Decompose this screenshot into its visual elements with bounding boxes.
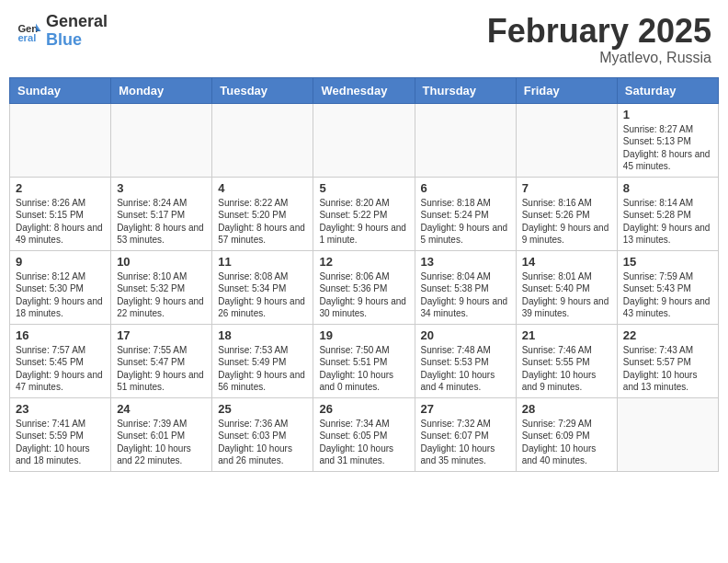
day-number: 2	[16, 181, 105, 195]
day-info: Sunrise: 7:55 AM Sunset: 5:47 PM Dayligh…	[117, 344, 206, 394]
day-info: Sunrise: 8:22 AM Sunset: 5:20 PM Dayligh…	[218, 197, 307, 247]
week-row-2: 9Sunrise: 8:12 AM Sunset: 5:30 PM Daylig…	[10, 250, 719, 324]
calendar-cell	[617, 397, 718, 471]
day-number: 24	[117, 402, 206, 416]
day-info: Sunrise: 8:20 AM Sunset: 5:22 PM Dayligh…	[319, 197, 408, 247]
calendar-cell: 3Sunrise: 8:24 AM Sunset: 5:17 PM Daylig…	[111, 177, 212, 250]
day-number: 20	[421, 328, 510, 342]
calendar-cell	[212, 103, 313, 177]
day-number: 4	[218, 181, 307, 195]
calendar-cell: 8Sunrise: 8:14 AM Sunset: 5:28 PM Daylig…	[617, 177, 718, 250]
calendar-cell: 18Sunrise: 7:53 AM Sunset: 5:49 PM Dayli…	[212, 324, 313, 397]
calendar-cell: 19Sunrise: 7:50 AM Sunset: 5:51 PM Dayli…	[313, 324, 415, 397]
day-info: Sunrise: 7:57 AM Sunset: 5:45 PM Dayligh…	[16, 344, 105, 394]
logo-text: General Blue	[46, 13, 108, 50]
day-info: Sunrise: 7:34 AM Sunset: 6:05 PM Dayligh…	[319, 418, 408, 467]
day-number: 26	[319, 402, 408, 416]
calendar-cell: 6Sunrise: 8:18 AM Sunset: 5:24 PM Daylig…	[415, 177, 516, 250]
week-row-3: 16Sunrise: 7:57 AM Sunset: 5:45 PM Dayli…	[10, 324, 719, 397]
calendar-cell: 7Sunrise: 8:16 AM Sunset: 5:26 PM Daylig…	[516, 177, 617, 250]
calendar-cell: 24Sunrise: 7:39 AM Sunset: 6:01 PM Dayli…	[111, 397, 212, 471]
day-info: Sunrise: 7:59 AM Sunset: 5:43 PM Dayligh…	[623, 270, 712, 320]
calendar-cell: 12Sunrise: 8:06 AM Sunset: 5:36 PM Dayli…	[313, 250, 415, 324]
day-number: 28	[522, 402, 611, 416]
day-info: Sunrise: 7:50 AM Sunset: 5:51 PM Dayligh…	[319, 344, 408, 394]
calendar-cell: 27Sunrise: 7:32 AM Sunset: 6:07 PM Dayli…	[415, 397, 516, 471]
day-number: 8	[623, 181, 712, 195]
day-info: Sunrise: 8:16 AM Sunset: 5:26 PM Dayligh…	[522, 197, 611, 247]
location: Myatlevo, Russia	[487, 50, 711, 66]
calendar-cell: 23Sunrise: 7:41 AM Sunset: 5:59 PM Dayli…	[10, 397, 111, 471]
day-info: Sunrise: 8:24 AM Sunset: 5:17 PM Dayligh…	[117, 197, 206, 247]
day-info: Sunrise: 7:46 AM Sunset: 5:55 PM Dayligh…	[522, 344, 611, 394]
calendar-cell: 10Sunrise: 8:10 AM Sunset: 5:32 PM Dayli…	[111, 250, 212, 324]
day-info: Sunrise: 7:48 AM Sunset: 5:53 PM Dayligh…	[421, 344, 510, 394]
day-info: Sunrise: 8:27 AM Sunset: 5:13 PM Dayligh…	[623, 123, 712, 173]
calendar-cell: 15Sunrise: 7:59 AM Sunset: 5:43 PM Dayli…	[617, 250, 718, 324]
day-number: 6	[421, 181, 510, 195]
day-number: 16	[16, 328, 105, 342]
day-number: 25	[218, 402, 307, 416]
day-number: 12	[319, 255, 408, 269]
page-header: Gen eral General Blue February 2025 Myat…	[9, 9, 719, 70]
day-info: Sunrise: 7:36 AM Sunset: 6:03 PM Dayligh…	[218, 418, 307, 467]
weekday-header-monday: Monday	[111, 77, 212, 103]
day-info: Sunrise: 7:39 AM Sunset: 6:01 PM Dayligh…	[117, 418, 206, 467]
calendar-cell: 14Sunrise: 8:01 AM Sunset: 5:40 PM Dayli…	[516, 250, 617, 324]
calendar-cell: 17Sunrise: 7:55 AM Sunset: 5:47 PM Dayli…	[111, 324, 212, 397]
day-number: 11	[218, 255, 307, 269]
logo-icon: Gen eral	[17, 18, 42, 44]
month-title: February 2025	[487, 13, 711, 50]
calendar-cell: 25Sunrise: 7:36 AM Sunset: 6:03 PM Dayli…	[212, 397, 313, 471]
weekday-header-tuesday: Tuesday	[212, 77, 313, 103]
week-row-1: 2Sunrise: 8:26 AM Sunset: 5:15 PM Daylig…	[10, 177, 719, 250]
day-number: 19	[319, 328, 408, 342]
day-number: 5	[319, 181, 408, 195]
day-info: Sunrise: 8:10 AM Sunset: 5:32 PM Dayligh…	[117, 270, 206, 320]
day-info: Sunrise: 7:53 AM Sunset: 5:49 PM Dayligh…	[218, 344, 307, 394]
week-row-0: 1Sunrise: 8:27 AM Sunset: 5:13 PM Daylig…	[10, 103, 719, 177]
day-number: 17	[117, 328, 206, 342]
calendar-cell: 2Sunrise: 8:26 AM Sunset: 5:15 PM Daylig…	[10, 177, 111, 250]
day-info: Sunrise: 8:12 AM Sunset: 5:30 PM Dayligh…	[16, 270, 105, 320]
day-number: 18	[218, 328, 307, 342]
day-info: Sunrise: 7:41 AM Sunset: 5:59 PM Dayligh…	[16, 418, 105, 467]
day-info: Sunrise: 7:43 AM Sunset: 5:57 PM Dayligh…	[623, 344, 712, 394]
svg-text:eral: eral	[17, 32, 36, 43]
day-info: Sunrise: 8:04 AM Sunset: 5:38 PM Dayligh…	[421, 270, 510, 320]
calendar-cell: 22Sunrise: 7:43 AM Sunset: 5:57 PM Dayli…	[617, 324, 718, 397]
calendar-cell: 16Sunrise: 7:57 AM Sunset: 5:45 PM Dayli…	[10, 324, 111, 397]
day-number: 1	[623, 108, 712, 121]
day-number: 14	[522, 255, 611, 269]
day-number: 3	[117, 181, 206, 195]
calendar-cell: 5Sunrise: 8:20 AM Sunset: 5:22 PM Daylig…	[313, 177, 415, 250]
day-info: Sunrise: 8:06 AM Sunset: 5:36 PM Dayligh…	[319, 270, 408, 320]
calendar-cell	[10, 103, 111, 177]
day-info: Sunrise: 7:29 AM Sunset: 6:09 PM Dayligh…	[522, 418, 611, 467]
calendar-cell: 11Sunrise: 8:08 AM Sunset: 5:34 PM Dayli…	[212, 250, 313, 324]
day-number: 22	[623, 328, 712, 342]
day-number: 15	[623, 255, 712, 269]
calendar-cell	[516, 103, 617, 177]
weekday-header-thursday: Thursday	[415, 77, 516, 103]
day-number: 13	[421, 255, 510, 269]
week-row-4: 23Sunrise: 7:41 AM Sunset: 5:59 PM Dayli…	[10, 397, 719, 471]
weekday-header-saturday: Saturday	[617, 77, 718, 103]
calendar-cell: 4Sunrise: 8:22 AM Sunset: 5:20 PM Daylig…	[212, 177, 313, 250]
day-number: 10	[117, 255, 206, 269]
weekday-header-friday: Friday	[516, 77, 617, 103]
weekday-header-sunday: Sunday	[10, 77, 111, 103]
calendar-cell: 20Sunrise: 7:48 AM Sunset: 5:53 PM Dayli…	[415, 324, 516, 397]
weekday-header-row: SundayMondayTuesdayWednesdayThursdayFrid…	[10, 77, 719, 103]
day-info: Sunrise: 8:14 AM Sunset: 5:28 PM Dayligh…	[623, 197, 712, 247]
day-number: 9	[16, 255, 105, 269]
day-number: 7	[522, 181, 611, 195]
logo: Gen eral General Blue	[17, 13, 108, 50]
weekday-header-wednesday: Wednesday	[313, 77, 415, 103]
calendar-cell: 26Sunrise: 7:34 AM Sunset: 6:05 PM Dayli…	[313, 397, 415, 471]
calendar: SundayMondayTuesdayWednesdayThursdayFrid…	[9, 77, 719, 472]
calendar-cell: 9Sunrise: 8:12 AM Sunset: 5:30 PM Daylig…	[10, 250, 111, 324]
calendar-cell: 1Sunrise: 8:27 AM Sunset: 5:13 PM Daylig…	[617, 103, 718, 177]
calendar-cell: 21Sunrise: 7:46 AM Sunset: 5:55 PM Dayli…	[516, 324, 617, 397]
day-number: 27	[421, 402, 510, 416]
